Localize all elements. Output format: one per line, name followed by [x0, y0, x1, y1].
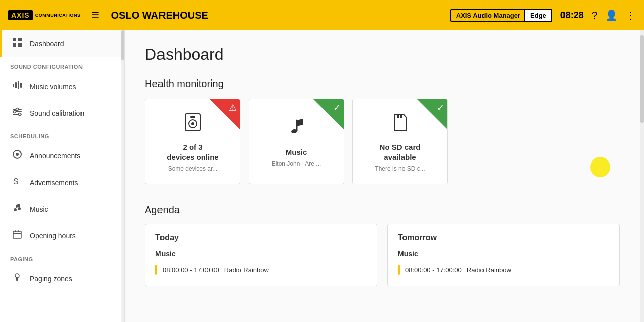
advertisements-icon: $ [12, 176, 23, 189]
agenda-item-bar [155, 265, 157, 275]
svg-rect-31 [400, 114, 402, 118]
axis-logo: AXIS [8, 10, 33, 20]
sidebar: Dashboard SOUND CONFIGURATION Music volu… [0, 30, 125, 322]
check-icon-2: ✓ [437, 102, 444, 113]
svg-point-27 [191, 122, 194, 125]
sidebar-item-music[interactable]: Music [0, 196, 124, 222]
svg-point-23 [15, 274, 19, 278]
music-card-badge: ✓ [313, 99, 344, 129]
svg-rect-30 [397, 114, 399, 118]
agenda-columns: Today Music 08:00:00 - 17:00:00 Radio Ra… [145, 224, 620, 286]
svg-point-18 [18, 207, 21, 210]
svg-point-13 [19, 113, 21, 116]
music-volumes-icon [12, 80, 23, 93]
music-card-text: Music [286, 147, 307, 157]
svg-rect-19 [13, 231, 21, 238]
announcements-icon [12, 149, 23, 162]
warning-icon: ⚠ [229, 102, 237, 113]
sidebar-scrollbar[interactable] [121, 30, 124, 322]
main-layout: Dashboard SOUND CONFIGURATION Music volu… [0, 30, 644, 322]
svg-rect-3 [18, 43, 22, 47]
sidebar-item-sound-calibration[interactable]: Sound calibration [0, 100, 124, 126]
agenda-today-time-0: 08:00:00 - 17:00:00 [163, 266, 219, 274]
location-title: OSLO WAREHOUSE [111, 10, 450, 21]
sidebar-item-paging-zones[interactable]: Paging zones [0, 265, 124, 292]
speaker-icon [183, 113, 202, 136]
menu-icon[interactable]: ☰ [91, 10, 99, 21]
svg-rect-24 [16, 277, 18, 281]
main-scrollbar-thumb [640, 35, 644, 123]
agenda-tomorrow-label: Tomorrow [398, 233, 609, 243]
sidebar-advertisements-label: Advertisements [30, 179, 78, 187]
dashboard-icon [12, 37, 23, 50]
svg-rect-1 [18, 38, 22, 41]
agenda-title: Agenda [145, 204, 620, 216]
health-cards: ⚠ 2 of 3 devices online Some devices ar.… [145, 99, 620, 184]
sidebar-music-volumes-label: Music volumes [30, 83, 76, 91]
svg-point-12 [16, 108, 19, 111]
music-note-icon [287, 118, 306, 141]
health-card-sdcard[interactable]: ✓ No SD card available There is no SD c.… [352, 99, 448, 184]
svg-rect-21 [18, 230, 19, 232]
header: AXIS COMMUNICATIONS ☰ OSLO WAREHOUSE AXI… [0, 0, 644, 30]
svg-rect-0 [13, 38, 16, 41]
section-label-paging: PAGING [0, 249, 124, 265]
main-scrollbar[interactable] [640, 30, 644, 322]
agenda-today-section: Music [155, 250, 367, 258]
page-title: Dashboard [145, 45, 620, 64]
sidebar-item-dashboard[interactable]: Dashboard [0, 30, 124, 57]
svg-rect-4 [13, 84, 14, 87]
health-card-devices[interactable]: ⚠ 2 of 3 devices online Some devices ar.… [145, 99, 240, 184]
svg-text:$: $ [14, 177, 18, 186]
sdcard-card-badge: ✓ [417, 99, 447, 129]
svg-point-11 [14, 111, 16, 113]
music-icon [12, 203, 23, 215]
devices-card-badge: ⚠ [210, 99, 240, 129]
health-section-title: Health monitoring [145, 78, 620, 90]
clock: 08:28 [560, 10, 584, 21]
devices-card-subtext: Some devices ar... [168, 165, 218, 172]
edge-label: Edge [524, 10, 551, 21]
opening-hours-icon [12, 229, 23, 242]
sidebar-item-music-volumes[interactable]: Music volumes [0, 73, 124, 100]
app-name: AXIS Audio Manager [456, 12, 520, 19]
agenda-today-name-0: Radio Rainbow [224, 266, 269, 274]
svg-point-17 [14, 208, 17, 211]
sidebar-item-opening-hours[interactable]: Opening hours [0, 222, 124, 249]
sidebar-item-announcements[interactable]: Announcements [0, 142, 124, 169]
agenda-item-bar-2 [398, 265, 400, 275]
devices-card-text: 2 of 3 devices online [167, 142, 218, 162]
sdcard-icon [390, 113, 410, 136]
paging-zones-icon [12, 272, 23, 285]
sidebar-announcements-label: Announcements [30, 152, 80, 160]
agenda-today-item-0: 08:00:00 - 17:00:00 Radio Rainbow [155, 263, 367, 277]
sdcard-card-text: No SD card available [380, 142, 421, 162]
sidebar-music-label: Music [30, 205, 48, 213]
agenda-today-label: Today [155, 233, 367, 243]
svg-rect-2 [13, 43, 16, 47]
agenda-tomorrow-col: Tomorrow Music 08:00:00 - 17:00:00 Radio… [387, 224, 620, 286]
agenda-tomorrow-section: Music [398, 250, 609, 258]
svg-rect-7 [20, 83, 22, 88]
communications-text: COMMUNICATIONS [35, 13, 81, 18]
check-icon: ✓ [333, 102, 341, 113]
music-card-subtext: Elton John - Are ... [272, 160, 321, 167]
sdcard-card-subtext: There is no SD c... [375, 165, 425, 172]
section-label-scheduling: SCHEDULING [0, 126, 124, 142]
help-icon[interactable]: ? [592, 10, 597, 21]
sidebar-scrollbar-thumb [121, 30, 124, 60]
agenda-tomorrow-time-0: 08:00:00 - 17:00:00 [405, 266, 462, 274]
agenda-tomorrow-item-0: 08:00:00 - 17:00:00 Radio Rainbow [398, 263, 609, 277]
user-icon[interactable]: 👤 [605, 9, 618, 21]
section-label-sound: SOUND CONFIGURATION [0, 57, 124, 73]
svg-rect-5 [15, 82, 17, 88]
svg-rect-20 [15, 230, 16, 232]
app-badge[interactable]: AXIS Audio Manager Edge [450, 9, 552, 22]
svg-rect-22 [13, 233, 21, 234]
sidebar-item-advertisements[interactable]: $ Advertisements [0, 169, 124, 196]
sound-calibration-icon [12, 107, 23, 119]
agenda-today-col: Today Music 08:00:00 - 17:00:00 Radio Ra… [145, 224, 377, 286]
sidebar-sound-calibration-label: Sound calibration [30, 109, 84, 117]
health-card-music[interactable]: ✓ Music Elton John - Are ... [249, 99, 344, 184]
more-options-icon[interactable]: ⋮ [626, 9, 636, 21]
